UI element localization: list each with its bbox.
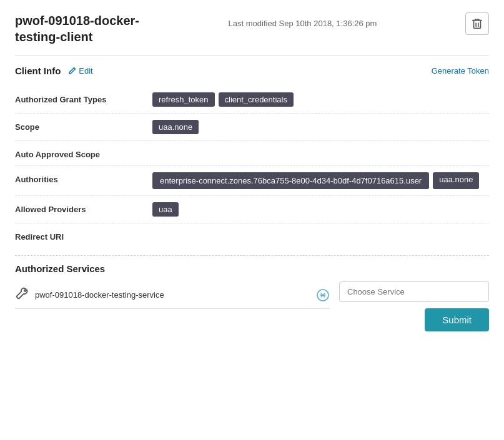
field-value-scope: uaa.none xyxy=(152,120,489,134)
choose-service-area: Submit xyxy=(339,281,489,331)
client-info-header: Client Info Edit Generate Token xyxy=(15,66,489,76)
authorized-services-section: Authorized Services pwof-091018-docker-t… xyxy=(15,263,489,331)
tag-uaa-none-auth: uaa.none xyxy=(433,172,479,189)
service-item: pwof-091018-docker-testing-service xyxy=(15,281,329,309)
header-left: pwof-091018-docker-testing-client xyxy=(15,12,140,45)
trash-icon xyxy=(471,17,483,31)
field-label-scope: Scope xyxy=(15,120,152,132)
field-label-grant-types: Authorized Grant Types xyxy=(15,92,152,104)
edit-link[interactable]: Edit xyxy=(68,66,92,76)
field-label-auto-approved: Auto Approved Scope xyxy=(15,147,152,159)
pencil-icon xyxy=(68,67,76,75)
field-label-allowed-providers: Allowed Providers xyxy=(15,202,152,214)
field-row-authorities: Authorities enterprise-connect.zones.76b… xyxy=(15,166,489,196)
page-header: pwof-091018-docker-testing-client Last m… xyxy=(15,12,489,56)
tag-enterprise-connect: enterprise-connect.zones.76bca755-8e00-4… xyxy=(152,172,429,189)
wrench-icon xyxy=(15,286,29,303)
field-row-allowed-providers: Allowed Providers uaa xyxy=(15,196,489,223)
services-list: pwof-091018-docker-testing-service xyxy=(15,281,329,309)
fields-container: Authorized Grant Types refresh_token cli… xyxy=(15,86,489,248)
tag-client-credentials: client_credentials xyxy=(219,92,294,107)
last-modified: Last modified Sep 10th 2018, 1:36:26 pm xyxy=(140,15,465,28)
client-info-section: Client Info Edit Generate Token Authoriz… xyxy=(15,66,489,248)
field-label-redirect-uri: Redirect URI xyxy=(15,230,152,242)
remove-icon xyxy=(317,289,329,301)
field-label-authorities: Authorities xyxy=(15,172,152,184)
services-layout: pwof-091018-docker-testing-service xyxy=(15,281,489,331)
field-value-allowed-providers: uaa xyxy=(152,202,489,217)
generate-token-link[interactable]: Generate Token xyxy=(432,66,489,76)
field-row-redirect-uri: Redirect URI xyxy=(15,223,489,248)
tag-refresh-token: refresh_token xyxy=(152,92,215,107)
field-row-auto-approved: Auto Approved Scope xyxy=(15,141,489,166)
app-title: pwof-091018-docker-testing-client xyxy=(15,12,140,45)
authorized-services-title: Authorized Services xyxy=(15,263,489,274)
field-row-scope: Scope uaa.none xyxy=(15,114,489,141)
svg-rect-0 xyxy=(474,21,481,29)
field-value-authorities: enterprise-connect.zones.76bca755-8e00-4… xyxy=(152,172,489,189)
client-info-title: Client Info xyxy=(15,66,61,76)
tag-uaa-provider: uaa xyxy=(152,202,179,217)
field-row-grant-types: Authorized Grant Types refresh_token cli… xyxy=(15,86,489,114)
tag-uaa-none-scope: uaa.none xyxy=(152,120,199,134)
service-name: pwof-091018-docker-testing-service xyxy=(35,290,310,300)
submit-button[interactable]: Submit xyxy=(425,308,489,331)
section-divider xyxy=(15,255,489,256)
delete-button[interactable] xyxy=(465,12,489,35)
edit-label: Edit xyxy=(79,66,92,76)
service-remove-button[interactable] xyxy=(317,289,329,301)
choose-service-input[interactable] xyxy=(339,281,489,302)
field-value-grant-types: refresh_token client_credentials xyxy=(152,92,489,107)
